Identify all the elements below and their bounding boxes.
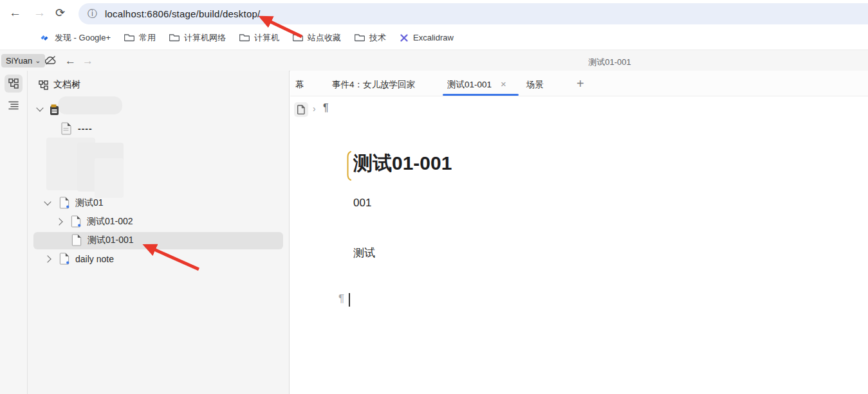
document-icon: [70, 215, 82, 228]
window-title: 测试01-001: [553, 57, 666, 68]
bookmark-label: 计算机: [254, 32, 279, 44]
editor-pane: [290, 71, 868, 394]
address-bar[interactable]: ⓘ localhost:6806/stage/build/desktop/: [78, 3, 868, 24]
siyuan-toolbar: [0, 50, 868, 71]
googleplus-icon: [39, 33, 50, 42]
add-tab-icon[interactable]: +: [577, 76, 584, 91]
bookmarks-bar: 发现 - Google+ 常用 计算机网络 计算机: [0, 26, 868, 50]
folder-icon: [169, 33, 180, 42]
bookmark-label: 计算机网络: [184, 32, 226, 44]
left-dock: [0, 71, 28, 394]
url-text: localhost:6806/stage/build/desktop/: [105, 8, 260, 19]
document-icon: [60, 122, 72, 135]
active-tab-underline: [443, 94, 519, 96]
paragraph-marker: ¶: [338, 292, 344, 305]
tree-item-label: 测试01-001: [88, 235, 134, 246]
doc-tree-icon: [39, 80, 48, 90]
chevron-down-icon: [36, 104, 43, 111]
paragraph-block[interactable]: 测试: [353, 246, 375, 260]
tab-changjing[interactable]: 场景: [526, 79, 544, 91]
folder-icon: [293, 33, 303, 42]
document-icon: [59, 253, 70, 265]
tab-event4[interactable]: 事件4：女儿放学回家: [332, 79, 415, 91]
close-icon[interactable]: ×: [501, 78, 506, 89]
bookmark-folder-tech[interactable]: 技术: [355, 32, 386, 44]
notebook-icon: [49, 103, 60, 116]
bookmarks-row: 发现 - Google+ 常用 计算机网络 计算机: [39, 26, 454, 49]
outline-icon: [8, 100, 19, 111]
doc-tree-icon: [8, 78, 19, 89]
tree-item-notebook[interactable]: [37, 105, 42, 111]
document-icon: [59, 197, 70, 209]
chevron-right-icon: [55, 218, 62, 225]
tree-item-label: 测试01: [75, 197, 104, 209]
empty-paragraph-block[interactable]: ¶: [338, 292, 350, 307]
tree-item-daily-note[interactable]: daily note: [45, 253, 114, 265]
app-forward-icon[interactable]: →: [82, 54, 93, 67]
tree-item-label: ----: [78, 123, 93, 134]
tree-item-label: daily note: [75, 254, 114, 264]
tree-item-ceshi01[interactable]: 测试01: [45, 197, 104, 209]
info-icon[interactable]: ⓘ: [88, 8, 97, 20]
chevron-down-icon: ⌄: [35, 57, 41, 65]
screen: ← → ⟳ ⓘ localhost:6806/stage/build/deskt…: [0, 0, 868, 394]
folder-icon: [239, 33, 250, 42]
bookmark-label: Excalidraw: [413, 33, 454, 42]
chevron-right-icon: [44, 255, 51, 262]
tree-item-ceshi01-002[interactable]: 测试01-002: [57, 215, 133, 228]
dock-doc-tree-button[interactable]: [5, 75, 23, 93]
tab-mu[interactable]: 幕: [295, 79, 304, 91]
document-icon: [297, 105, 305, 114]
bookmark-google-discover[interactable]: 发现 - Google+: [39, 32, 111, 44]
dock-outline-button[interactable]: [7, 99, 20, 112]
siyuan-menu-label: SiYuan: [6, 56, 32, 66]
bookmark-label: 技术: [369, 32, 386, 44]
breadcrumb-doc-button[interactable]: [294, 102, 308, 117]
tab-ceshi01-001[interactable]: 测试01-001: [447, 79, 492, 91]
bookmark-folder-sites[interactable]: 站点收藏: [293, 32, 341, 44]
chevron-down-icon: [44, 198, 51, 205]
title-focus-marker: [347, 151, 351, 181]
redacted-notebook-name: [58, 96, 122, 114]
bookmark-folder-computer[interactable]: 计算机: [239, 32, 279, 44]
browser-back-icon[interactable]: ←: [9, 6, 21, 20]
text-cursor: [349, 293, 350, 307]
app-back-icon[interactable]: ←: [65, 54, 76, 67]
browser-toolbar: ← → ⟳ ⓘ localhost:6806/stage/build/deskt…: [0, 0, 868, 26]
redacted-tree-items: [95, 158, 124, 198]
excalidraw-icon: [400, 33, 409, 42]
bookmark-label: 发现 - Google+: [55, 32, 111, 44]
breadcrumb-chevron-icon: ›: [313, 103, 316, 114]
siyuan-menu-button[interactable]: SiYuan ⌄: [1, 54, 45, 67]
tree-item-dashes[interactable]: ----: [60, 122, 93, 135]
cloud-off-icon[interactable]: [44, 55, 57, 66]
folder-icon: [124, 33, 134, 42]
bookmark-folder-changyong[interactable]: 常用: [124, 32, 156, 44]
paragraph-block[interactable]: 001: [353, 197, 371, 210]
bookmark-label: 站点收藏: [308, 32, 341, 44]
bookmark-label: 常用: [139, 32, 156, 44]
document-icon: [71, 234, 82, 246]
bookmark-excalidraw[interactable]: Excalidraw: [400, 33, 454, 42]
doc-title[interactable]: 测试01-001: [353, 150, 452, 177]
tree-item-label: 测试01-002: [87, 216, 133, 228]
bookmark-folder-network[interactable]: 计算机网络: [169, 32, 226, 44]
tree-item-ceshi01-001[interactable]: 测试01-001: [71, 234, 134, 246]
browser-forward-icon[interactable]: →: [33, 6, 46, 20]
breadcrumb-paragraph[interactable]: ¶: [323, 102, 329, 114]
browser-reload-icon[interactable]: ⟳: [55, 6, 65, 20]
doc-tree-title: 文档树: [53, 79, 80, 91]
doc-tree-header: 文档树: [39, 79, 80, 91]
folder-icon: [355, 33, 365, 42]
